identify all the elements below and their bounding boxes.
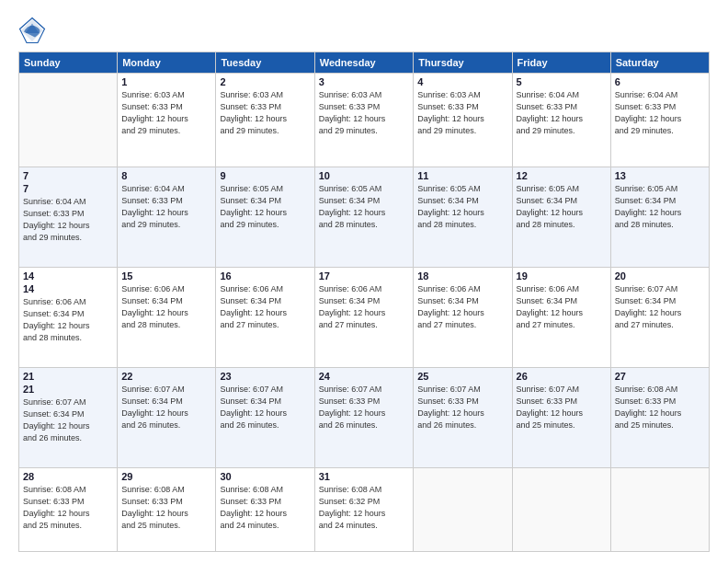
day-number: 21 bbox=[23, 371, 113, 382]
day-info: Sunrise: 6:06 AM Sunset: 6:34 PM Dayligh… bbox=[23, 296, 113, 344]
day-info: Sunrise: 6:06 AM Sunset: 6:34 PM Dayligh… bbox=[121, 283, 211, 331]
calendar-cell: 15Sunrise: 6:06 AM Sunset: 6:34 PM Dayli… bbox=[118, 268, 216, 368]
day-info: Sunrise: 6:04 AM Sunset: 6:33 PM Dayligh… bbox=[615, 89, 705, 137]
calendar-cell: 1Sunrise: 6:03 AM Sunset: 6:33 PM Daylig… bbox=[118, 74, 216, 167]
calendar-week-row: 28Sunrise: 6:08 AM Sunset: 6:33 PM Dayli… bbox=[19, 467, 710, 551]
logo bbox=[18, 17, 50, 44]
calendar-cell: 9Sunrise: 6:05 AM Sunset: 6:34 PM Daylig… bbox=[216, 167, 314, 268]
logo-icon bbox=[18, 17, 46, 44]
calendar-cell: 10Sunrise: 6:05 AM Sunset: 6:34 PM Dayli… bbox=[314, 167, 414, 268]
day-number: 15 bbox=[121, 270, 211, 282]
day-number: 26 bbox=[517, 371, 607, 382]
day-number: 20 bbox=[615, 270, 705, 282]
day-number: 30 bbox=[220, 471, 310, 482]
calendar-cell bbox=[414, 467, 512, 551]
day-info: Sunrise: 6:07 AM Sunset: 6:33 PM Dayligh… bbox=[319, 384, 410, 431]
calendar-cell: 26Sunrise: 6:07 AM Sunset: 6:33 PM Dayli… bbox=[512, 367, 610, 467]
calendar-cell: 11Sunrise: 6:05 AM Sunset: 6:34 PM Dayli… bbox=[414, 167, 512, 268]
calendar-cell: 30Sunrise: 6:08 AM Sunset: 6:33 PM Dayli… bbox=[216, 467, 314, 551]
day-info: Sunrise: 6:07 AM Sunset: 6:33 PM Dayligh… bbox=[517, 384, 607, 431]
day-info: Sunrise: 6:04 AM Sunset: 6:33 PM Dayligh… bbox=[23, 196, 113, 244]
day-number: 3 bbox=[319, 76, 410, 87]
calendar-cell: 29Sunrise: 6:08 AM Sunset: 6:33 PM Dayli… bbox=[118, 467, 216, 551]
calendar-week-row: 77Sunrise: 6:04 AM Sunset: 6:33 PM Dayli… bbox=[19, 167, 710, 268]
day-number: 14 bbox=[23, 270, 113, 282]
column-header-friday: Friday bbox=[512, 52, 610, 74]
day-info: Sunrise: 6:08 AM Sunset: 6:33 PM Dayligh… bbox=[121, 484, 211, 532]
column-header-tuesday: Tuesday bbox=[216, 52, 314, 74]
day-number: 16 bbox=[220, 270, 310, 282]
calendar-cell: 77Sunrise: 6:04 AM Sunset: 6:33 PM Dayli… bbox=[19, 167, 118, 268]
column-header-sunday: Sunday bbox=[19, 52, 118, 74]
calendar-cell: 18Sunrise: 6:06 AM Sunset: 6:34 PM Dayli… bbox=[414, 268, 512, 368]
day-number: 6 bbox=[615, 76, 705, 87]
day-info: Sunrise: 6:03 AM Sunset: 6:33 PM Dayligh… bbox=[417, 89, 507, 137]
day-number: 7 bbox=[23, 170, 113, 181]
day-info: Sunrise: 6:06 AM Sunset: 6:34 PM Dayligh… bbox=[220, 283, 310, 331]
calendar-week-row: 1414Sunrise: 6:06 AM Sunset: 6:34 PM Day… bbox=[19, 268, 710, 368]
day-number: 28 bbox=[23, 471, 113, 482]
day-info: Sunrise: 6:08 AM Sunset: 6:33 PM Dayligh… bbox=[615, 384, 705, 431]
calendar-cell bbox=[610, 467, 709, 551]
day-info: Sunrise: 6:03 AM Sunset: 6:33 PM Dayligh… bbox=[319, 89, 410, 137]
calendar-cell bbox=[512, 467, 610, 551]
calendar-cell: 27Sunrise: 6:08 AM Sunset: 6:33 PM Dayli… bbox=[610, 367, 709, 467]
calendar-cell: 13Sunrise: 6:05 AM Sunset: 6:34 PM Dayli… bbox=[610, 167, 709, 268]
day-info: Sunrise: 6:07 AM Sunset: 6:34 PM Dayligh… bbox=[23, 396, 113, 444]
day-info: Sunrise: 6:05 AM Sunset: 6:34 PM Dayligh… bbox=[615, 183, 705, 231]
calendar-cell: 8Sunrise: 6:04 AM Sunset: 6:33 PM Daylig… bbox=[118, 167, 216, 268]
day-info: Sunrise: 6:05 AM Sunset: 6:34 PM Dayligh… bbox=[417, 183, 507, 231]
calendar-cell: 4Sunrise: 6:03 AM Sunset: 6:33 PM Daylig… bbox=[414, 74, 512, 167]
day-info: Sunrise: 6:07 AM Sunset: 6:34 PM Dayligh… bbox=[121, 384, 211, 431]
day-info: Sunrise: 6:03 AM Sunset: 6:33 PM Dayligh… bbox=[220, 89, 310, 137]
day-number: 11 bbox=[417, 170, 507, 181]
day-number: 14 bbox=[23, 283, 113, 294]
column-header-thursday: Thursday bbox=[414, 52, 512, 74]
column-header-wednesday: Wednesday bbox=[314, 52, 414, 74]
calendar-cell: 24Sunrise: 6:07 AM Sunset: 6:33 PM Dayli… bbox=[314, 367, 414, 467]
calendar-cell: 22Sunrise: 6:07 AM Sunset: 6:34 PM Dayli… bbox=[118, 367, 216, 467]
day-number: 5 bbox=[517, 76, 607, 87]
calendar-cell: 31Sunrise: 6:08 AM Sunset: 6:32 PM Dayli… bbox=[314, 467, 414, 551]
calendar-table: SundayMondayTuesdayWednesdayThursdayFrid… bbox=[18, 52, 710, 552]
day-number: 22 bbox=[121, 371, 211, 382]
day-info: Sunrise: 6:08 AM Sunset: 6:33 PM Dayligh… bbox=[23, 484, 113, 532]
day-info: Sunrise: 6:06 AM Sunset: 6:34 PM Dayligh… bbox=[319, 283, 410, 331]
calendar-cell: 12Sunrise: 6:05 AM Sunset: 6:34 PM Dayli… bbox=[512, 167, 610, 268]
calendar-cell: 20Sunrise: 6:07 AM Sunset: 6:34 PM Dayli… bbox=[610, 268, 709, 368]
day-number: 21 bbox=[23, 384, 113, 395]
day-number: 10 bbox=[319, 170, 410, 181]
day-number: 31 bbox=[319, 471, 410, 482]
calendar-cell bbox=[19, 74, 118, 167]
day-number: 24 bbox=[319, 371, 410, 382]
calendar-cell: 2Sunrise: 6:03 AM Sunset: 6:33 PM Daylig… bbox=[216, 74, 314, 167]
calendar-week-row: 2121Sunrise: 6:07 AM Sunset: 6:34 PM Day… bbox=[19, 367, 710, 467]
day-number: 17 bbox=[319, 270, 410, 282]
day-info: Sunrise: 6:03 AM Sunset: 6:33 PM Dayligh… bbox=[121, 89, 211, 137]
calendar-cell: 3Sunrise: 6:03 AM Sunset: 6:33 PM Daylig… bbox=[314, 74, 414, 167]
day-info: Sunrise: 6:04 AM Sunset: 6:33 PM Dayligh… bbox=[517, 89, 607, 137]
day-number: 7 bbox=[23, 183, 113, 194]
calendar-cell: 17Sunrise: 6:06 AM Sunset: 6:34 PM Dayli… bbox=[314, 268, 414, 368]
day-info: Sunrise: 6:08 AM Sunset: 6:32 PM Dayligh… bbox=[319, 484, 410, 532]
day-info: Sunrise: 6:04 AM Sunset: 6:33 PM Dayligh… bbox=[121, 183, 211, 231]
day-number: 13 bbox=[615, 170, 705, 181]
calendar-cell: 25Sunrise: 6:07 AM Sunset: 6:33 PM Dayli… bbox=[414, 367, 512, 467]
calendar-cell: 16Sunrise: 6:06 AM Sunset: 6:34 PM Dayli… bbox=[216, 268, 314, 368]
day-number: 18 bbox=[417, 270, 507, 282]
day-number: 19 bbox=[517, 270, 607, 282]
calendar-cell: 1414Sunrise: 6:06 AM Sunset: 6:34 PM Day… bbox=[19, 268, 118, 368]
column-header-saturday: Saturday bbox=[610, 52, 709, 74]
calendar-cell: 28Sunrise: 6:08 AM Sunset: 6:33 PM Dayli… bbox=[19, 467, 118, 551]
calendar-cell: 5Sunrise: 6:04 AM Sunset: 6:33 PM Daylig… bbox=[512, 74, 610, 167]
day-number: 4 bbox=[417, 76, 507, 87]
day-number: 23 bbox=[220, 371, 310, 382]
day-info: Sunrise: 6:07 AM Sunset: 6:34 PM Dayligh… bbox=[220, 384, 310, 431]
page-header bbox=[18, 17, 710, 44]
day-number: 25 bbox=[417, 371, 507, 382]
day-info: Sunrise: 6:06 AM Sunset: 6:34 PM Dayligh… bbox=[517, 283, 607, 331]
calendar-week-row: 1Sunrise: 6:03 AM Sunset: 6:33 PM Daylig… bbox=[19, 74, 710, 167]
calendar-cell: 2121Sunrise: 6:07 AM Sunset: 6:34 PM Day… bbox=[19, 367, 118, 467]
day-number: 29 bbox=[121, 471, 211, 482]
day-info: Sunrise: 6:05 AM Sunset: 6:34 PM Dayligh… bbox=[220, 183, 310, 231]
